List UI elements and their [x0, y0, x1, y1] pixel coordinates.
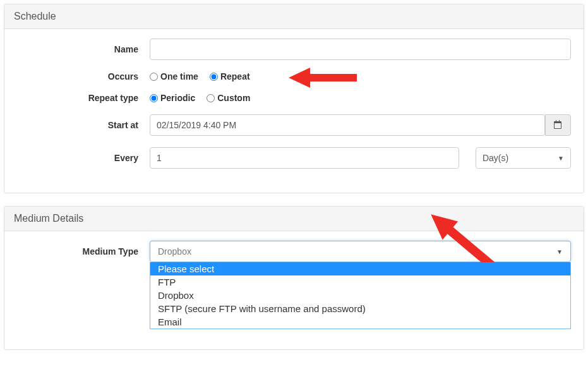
occurs-one-time-option[interactable]: One time [150, 71, 198, 81]
start-at-label: Start at [17, 120, 150, 130]
chevron-down-icon: ▼ [556, 248, 563, 255]
repeat-type-periodic-option[interactable]: Periodic [150, 93, 195, 103]
occurs-repeat-radio[interactable] [210, 73, 218, 81]
medium-option-dropbox[interactable]: Dropbox [150, 289, 570, 302]
medium-details-panel: Medium Details Medium Type Dropbox ▼ Ple… [4, 206, 584, 350]
repeat-type-custom-radio[interactable] [207, 94, 215, 102]
every-unit-select[interactable]: Day(s) ▼ [476, 147, 571, 169]
repeat-type-label: Repeat type [17, 93, 150, 103]
medium-heading: Medium Details [4, 207, 584, 231]
medium-option-ftp[interactable]: FTP [150, 275, 570, 289]
occurs-one-time-radio[interactable] [150, 73, 158, 81]
every-label: Every [17, 153, 150, 163]
every-value-input[interactable] [150, 147, 459, 169]
schedule-heading: Schedule [4, 4, 584, 29]
schedule-panel: Schedule Name Occurs One time Repeat [4, 4, 584, 193]
repeat-type-custom-text: Custom [217, 93, 250, 103]
occurs-label: Occurs [17, 71, 150, 81]
repeat-type-periodic-text: Periodic [160, 93, 195, 103]
calendar-icon [553, 119, 563, 131]
every-unit-value: Day(s) [483, 153, 508, 163]
medium-type-value: Dropbox [158, 246, 191, 256]
repeat-type-periodic-radio[interactable] [150, 94, 158, 102]
medium-option-sftp[interactable]: SFTP (secure FTP with username and passw… [150, 302, 570, 315]
medium-type-select[interactable]: Dropbox ▼ [150, 241, 571, 262]
name-label: Name [17, 44, 150, 54]
occurs-one-time-text: One time [160, 71, 198, 81]
medium-option-please-select[interactable]: Please select [150, 262, 570, 275]
medium-option-email[interactable]: Email [150, 315, 570, 329]
name-input[interactable] [150, 39, 571, 60]
chevron-down-icon: ▼ [558, 155, 564, 162]
occurs-repeat-text: Repeat [220, 71, 250, 81]
medium-type-label: Medium Type [17, 246, 150, 256]
occurs-repeat-option[interactable]: Repeat [210, 71, 250, 81]
start-at-input[interactable] [150, 114, 545, 136]
medium-type-dropdown: Please select FTP Dropbox SFTP (secure F… [150, 262, 571, 329]
calendar-button[interactable] [545, 114, 571, 136]
repeat-type-custom-option[interactable]: Custom [207, 93, 250, 103]
